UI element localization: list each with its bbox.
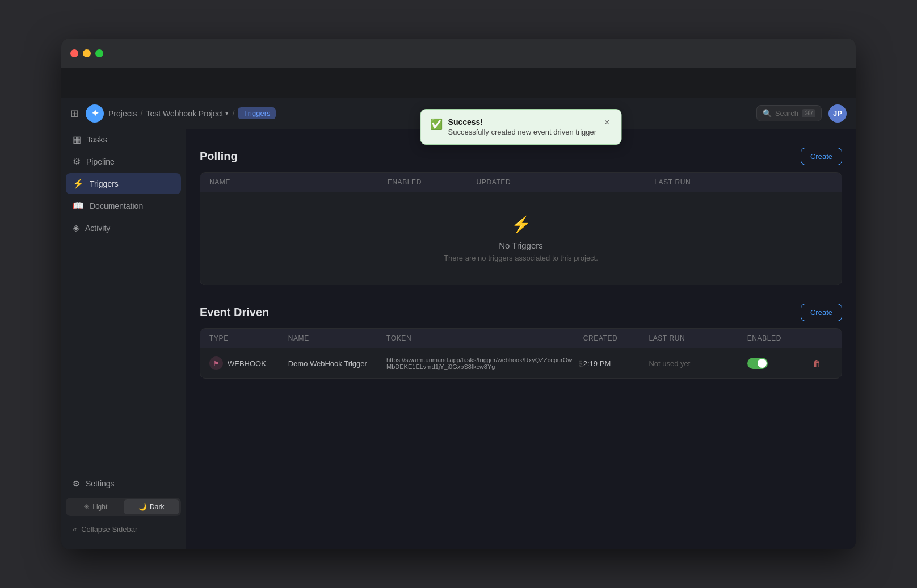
main-content: ✅ Success! Successfully created new even… (186, 100, 856, 549)
webhook-enabled-toggle[interactable] (747, 358, 813, 369)
webhook-type-cell: ⚑ WEBHOOK (209, 356, 288, 370)
polling-title: Polling (200, 150, 238, 163)
event-driven-table: Type Name Token Created Last Run Enabled… (200, 328, 842, 379)
polling-col-lastrun: Last Run (654, 178, 832, 186)
close-button[interactable] (70, 49, 78, 57)
webhook-lastrun: Not used yet (649, 359, 747, 368)
pipeline-icon: ⚙ (73, 156, 81, 167)
toggle-control[interactable] (747, 358, 768, 369)
tasks-icon: ▦ (73, 134, 81, 145)
search-label: Search (775, 109, 798, 117)
polling-create-button[interactable]: Create (801, 148, 842, 165)
copy-token-button[interactable]: ⎘ (579, 359, 583, 368)
breadcrumb-project[interactable]: Test Webhook Project ▾ (146, 109, 229, 118)
polling-empty-state: ⚡ No Triggers There are no triggers asso… (200, 192, 842, 285)
settings-label: Settings (86, 479, 115, 488)
trash-icon[interactable]: 🗑 (813, 359, 821, 368)
event-col-type: Type (209, 334, 288, 342)
sidebar-label-tasks: Tasks (87, 135, 107, 144)
topbar-right: 🔍 Search ⌘/ JP (756, 104, 847, 123)
triggers-icon: ⚡ (73, 178, 84, 189)
maximize-button[interactable] (95, 49, 103, 57)
polling-section: Polling Create Name Enabled Updated Last… (200, 148, 842, 285)
polling-empty-icon: ⚡ (511, 215, 531, 234)
polling-col-updated: Updated (477, 178, 655, 186)
search-box[interactable]: 🔍 Search ⌘/ (756, 105, 822, 121)
event-col-actions (813, 334, 832, 342)
minimize-button[interactable] (83, 49, 91, 57)
event-col-token: Token (386, 334, 583, 342)
webhook-name: Demo WebHook Trigger (288, 359, 386, 368)
light-icon: ☀ (83, 503, 90, 511)
app-body: ⊞ ✦ Projects / Test Webhook Project ▾ / … (61, 68, 856, 549)
app-window: ⊞ ✦ Projects / Test Webhook Project ▾ / … (61, 39, 856, 549)
polling-col-enabled: Enabled (388, 178, 477, 186)
logo-icon: ✦ (86, 104, 104, 123)
token-value: https://swarm.unmand.app/tasks/trigger/w… (386, 356, 575, 370)
event-driven-title: Event Driven (200, 306, 269, 319)
collapse-sidebar-button[interactable]: « Collapse Sidebar (66, 520, 181, 538)
theme-dark-button[interactable]: 🌙 Dark (124, 499, 180, 514)
sidebar-item-activity[interactable]: ◈ Activity (66, 217, 181, 238)
webhook-created: 2:19 PM (583, 359, 649, 368)
sidebar-label-activity: Activity (85, 224, 110, 233)
sidebar-label-pipeline: Pipeline (86, 157, 115, 166)
polling-section-header: Polling Create (200, 148, 842, 165)
event-driven-create-button[interactable]: Create (801, 304, 842, 321)
notification-title: Success! (448, 117, 597, 127)
breadcrumb-sep2: / (232, 109, 234, 118)
polling-col-name: Name (209, 178, 388, 186)
event-driven-section-header: Event Driven Create (200, 304, 842, 321)
dark-icon: 🌙 (138, 503, 147, 511)
sidebar-item-pipeline[interactable]: ⚙ Pipeline (66, 151, 181, 172)
activity-icon: ◈ (73, 222, 79, 233)
sidebar: 🏠 Home ▦ Tasks ⚙ Pipeline ⚡ (61, 100, 186, 549)
sidebar-label-documentation: Documentation (90, 201, 143, 211)
sidebar-item-settings[interactable]: ⚙ Settings (66, 474, 181, 493)
traffic-lights (70, 49, 103, 57)
notification-body: Success! Successfully created new event … (448, 117, 597, 136)
webhook-type-label: WEBHOOK (228, 359, 266, 368)
documentation-icon: 📖 (73, 200, 84, 211)
success-notification: ✅ Success! Successfully created new even… (420, 109, 622, 145)
theme-light-button[interactable]: ☀ Light (68, 499, 124, 514)
collapse-icon: « (73, 525, 77, 534)
collapse-label: Collapse Sidebar (81, 525, 137, 534)
light-label: Light (92, 503, 107, 511)
event-col-created: Created (583, 334, 649, 342)
topbar-left: ⊞ ✦ Projects / Test Webhook Project ▾ / … (70, 104, 276, 123)
breadcrumb: Projects / Test Webhook Project ▾ / Trig… (108, 107, 276, 119)
polling-empty-message: There are no triggers associated to this… (444, 254, 598, 262)
titlebar (61, 39, 856, 68)
sidebar-label-triggers: Triggers (90, 179, 119, 188)
sidebar-item-triggers[interactable]: ⚡ Triggers (66, 173, 181, 194)
sidebar-item-documentation[interactable]: 📖 Documentation (66, 195, 181, 216)
grid-icon[interactable]: ⊞ (70, 107, 79, 120)
event-col-name: Name (288, 334, 386, 342)
event-col-enabled: Enabled (747, 334, 813, 342)
event-driven-table-header: Type Name Token Created Last Run Enabled (200, 329, 842, 348)
notification-message: Successfully created new event driven tr… (448, 128, 597, 136)
notification-close-button[interactable]: × (602, 117, 612, 128)
polling-empty-title: No Triggers (499, 241, 543, 250)
webhook-badge-icon: ⚑ (209, 356, 223, 370)
token-cell: https://swarm.unmand.app/tasks/trigger/w… (386, 356, 583, 370)
breadcrumb-sep1: / (141, 109, 143, 118)
theme-toggle: ☀ Light 🌙 Dark (66, 498, 181, 516)
avatar[interactable]: JP (828, 104, 847, 123)
breadcrumb-projects[interactable]: Projects (108, 109, 137, 118)
dark-label: Dark (150, 503, 164, 511)
table-row: ⚑ WEBHOOK Demo WebHook Trigger https://s… (200, 348, 842, 378)
polling-table: Name Enabled Updated Last Run ⚡ No Trigg… (200, 172, 842, 285)
search-icon: 🔍 (763, 109, 772, 117)
notification-check-icon: ✅ (430, 118, 443, 131)
polling-table-header: Name Enabled Updated Last Run (200, 173, 842, 192)
event-col-lastrun: Last Run (649, 334, 747, 342)
webhook-delete-button[interactable]: 🗑 (813, 359, 832, 368)
settings-icon: ⚙ (73, 479, 80, 488)
main-layout: 🏠 Home ▦ Tasks ⚙ Pipeline ⚡ (61, 100, 856, 549)
sidebar-bottom: ⚙ Settings ☀ Light 🌙 Dark (61, 469, 186, 543)
search-kbd: ⌘/ (802, 109, 815, 117)
event-driven-section: Event Driven Create Type Name Token Crea… (200, 304, 842, 379)
sidebar-item-tasks[interactable]: ▦ Tasks (66, 129, 181, 150)
